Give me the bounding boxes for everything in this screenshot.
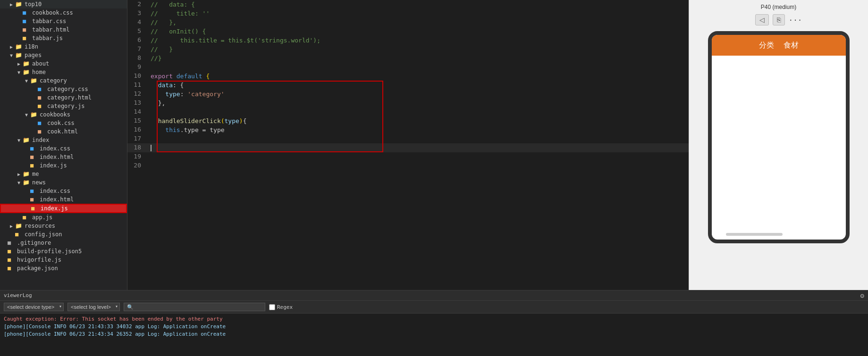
folder-arrow-resources: ▶ <box>8 224 15 229</box>
folder-icon-cookbooks: 📁 <box>30 111 38 118</box>
sidebar-item-cookbooks[interactable]: ▼ 📁 cookbooks <box>0 110 127 119</box>
sidebar-item-about[interactable]: ▶ 📁 about <box>0 59 127 68</box>
sidebar-label-i18n: i18n <box>25 43 38 50</box>
line-8: 8 //} <box>127 54 689 63</box>
settings-gear-icon[interactable]: ⚙ <box>860 292 864 299</box>
css-icon-index: ■ <box>30 145 38 152</box>
sidebar-label-me: me <box>32 171 39 177</box>
header-tab-ingredient[interactable]: 食材 <box>784 41 799 50</box>
sidebar-label-categoryjs: category.js <box>47 103 84 109</box>
sidebar-item-news[interactable]: ▼ 📁 news <box>0 178 127 187</box>
sidebar-label-cookbooks: cookbooks <box>40 111 70 118</box>
sidebar-label-newsindexcss: index.css <box>40 188 70 194</box>
more-options-button[interactable]: ··· <box>789 16 802 25</box>
line-3: 3 // title: '' <box>127 9 689 18</box>
folder-icon-index: 📁 <box>23 137 30 143</box>
folder-icon-about: 📁 <box>23 60 30 67</box>
folder-arrow-pages: ▼ <box>8 53 15 58</box>
log-level-select[interactable]: <select log level> <box>67 303 120 311</box>
sidebar-label-buildprofile: build-profile.json5 <box>17 248 82 255</box>
line-12: 12 type: 'category' <box>127 90 689 99</box>
line-15: 15 handleSliderClick(type){ <box>127 116 689 125</box>
device-type-select-wrapper[interactable]: <select device type> <box>4 303 64 311</box>
editor-content[interactable]: 2 // data: { 3 // title: '' 4 // }, <box>127 0 689 290</box>
regex-checkbox-label[interactable]: Regex <box>269 304 293 310</box>
prev-button[interactable]: ◁ <box>755 14 769 25</box>
sidebar-item-newsindexcss[interactable]: ■ index.css <box>0 187 127 195</box>
line-code-2: // data: { <box>149 0 689 9</box>
sidebar-label-tabbarjs: tabbar.js <box>32 35 63 41</box>
folder-arrow-me: ▶ <box>15 172 23 177</box>
line-4: 4 // }, <box>127 18 689 27</box>
log-search-input[interactable] <box>124 303 265 311</box>
file-icon-gitignore: ■ <box>8 240 15 246</box>
regex-checkbox[interactable] <box>269 304 275 310</box>
log-level-select-wrapper[interactable]: <select log level> <box>67 303 120 311</box>
sidebar-item-tabbarcss[interactable]: ■ tabbar.css <box>0 17 127 25</box>
js-icon-hvigorfile: ■ <box>8 257 15 263</box>
sidebar-item-me[interactable]: ▶ 📁 me <box>0 170 127 178</box>
json-icon-buildprofile: ■ <box>8 248 15 255</box>
css-icon-newsindex: ■ <box>30 188 38 194</box>
folder-icon-resources: 📁 <box>15 223 23 229</box>
sidebar-item-home[interactable]: ▼ 📁 home <box>0 68 127 76</box>
header-tab-category[interactable]: 分类 <box>759 41 774 50</box>
html-icon-index: ■ <box>30 154 38 160</box>
device-type-select[interactable]: <select device type> <box>4 303 64 311</box>
sidebar-item-categoryhtml[interactable]: ■ category.html <box>0 93 127 102</box>
device-scrollbar-area <box>712 233 846 237</box>
line-2: 2 // data: { <box>127 0 689 9</box>
log-line-1: [phone][Console INFO 06/23 21:43:33 3403… <box>4 323 864 331</box>
line-20: 20 <box>127 161 689 170</box>
sidebar-item-configjson[interactable]: ■ config.json <box>0 230 127 239</box>
sidebar-item-indexjs[interactable]: ■ index.js <box>0 161 127 170</box>
log-content: Caught exception: Error: This socket has… <box>0 314 868 356</box>
line-17: 17 <box>127 134 689 143</box>
device-header[interactable]: 分类 食材 <box>712 35 846 56</box>
sidebar-item-tabbarhtml[interactable]: ■ tabbar.html <box>0 25 127 34</box>
sidebar-item-category[interactable]: ▼ 📁 category <box>0 76 127 85</box>
sidebar-item-index-folder[interactable]: ▼ 📁 index <box>0 136 127 144</box>
folder-icon-i18n: 📁 <box>15 43 23 50</box>
sidebar-item-i18n[interactable]: ▶ 📁 i18n <box>0 42 127 51</box>
sidebar-item-newsindexhtml[interactable]: ■ index.html <box>0 195 127 204</box>
line-5: 5 // onInit() { <box>127 27 689 36</box>
sidebar-item-hvigorfile[interactable]: ■ hvigorfile.js <box>0 256 127 264</box>
sidebar-label-tabbarhtml: tabbar.html <box>32 26 69 33</box>
log-title: viewerLog <box>4 292 32 298</box>
sidebar-item-buildprofile[interactable]: ■ build-profile.json5 <box>0 247 127 256</box>
html-icon-category: ■ <box>38 94 45 101</box>
line-num-2: 2 <box>127 0 149 9</box>
sidebar-label-indexcss: index.css <box>40 145 70 152</box>
folder-arrow-home: ▼ <box>15 70 23 75</box>
sidebar-item-categoryjs[interactable]: ■ category.js <box>0 102 127 110</box>
folder-icon-home: 📁 <box>23 69 30 75</box>
sidebar-item-indexhtml[interactable]: ■ index.html <box>0 153 127 161</box>
sidebar-item-packagejson[interactable]: ■ package.json <box>0 264 127 273</box>
html-icon-newsindex: ■ <box>30 196 38 203</box>
html-icon-tabbar: ■ <box>23 26 30 33</box>
sidebar-item-categorycss[interactable]: ■ category.css <box>0 85 127 93</box>
preview-panel: P40 (medium) ◁ ⎘ ··· 分类 食材 <box>689 0 868 290</box>
sidebar-item-indexcss[interactable]: ■ index.css <box>0 144 127 153</box>
sidebar-item-newsindexjs[interactable]: ■ index.js <box>0 204 127 213</box>
sidebar-item-cookcss[interactable]: ■ cook.css <box>0 119 127 127</box>
sidebar-item-resources[interactable]: ▶ 📁 resources <box>0 222 127 230</box>
file-tree-sidebar[interactable]: ▶ 📁 top10 ■ cookbook.css ■ tabbar.css ■ … <box>0 0 127 290</box>
sidebar-item-appjs[interactable]: ■ app.js <box>0 213 127 222</box>
sidebar-item-top10[interactable]: ▶ 📁 top10 <box>0 0 127 8</box>
sidebar-item-tabbarjs[interactable]: ■ tabbar.js <box>0 34 127 42</box>
css-icon-cookbook: ■ <box>23 9 30 16</box>
folder-arrow-top10: ▶ <box>8 2 15 7</box>
code-editor[interactable]: 2 // data: { 3 // title: '' 4 // }, <box>127 0 689 290</box>
copy-button[interactable]: ⎘ <box>773 14 785 25</box>
sidebar-item-cookbookcss[interactable]: ■ cookbook.css <box>0 8 127 17</box>
sidebar-item-cookhtml[interactable]: ■ cook.html <box>0 127 127 136</box>
folder-arrow-category: ▼ <box>23 78 30 83</box>
sidebar-item-pages[interactable]: ▼ 📁 pages <box>0 51 127 59</box>
line-19: 19 <box>127 152 689 161</box>
line-13: 13 }, <box>127 99 689 108</box>
line-11: 11 data: { <box>127 81 689 90</box>
sidebar-item-gitignore[interactable]: ■ .gitignore <box>0 239 127 247</box>
log-controls[interactable]: <select device type> <select log level> … <box>0 301 868 314</box>
